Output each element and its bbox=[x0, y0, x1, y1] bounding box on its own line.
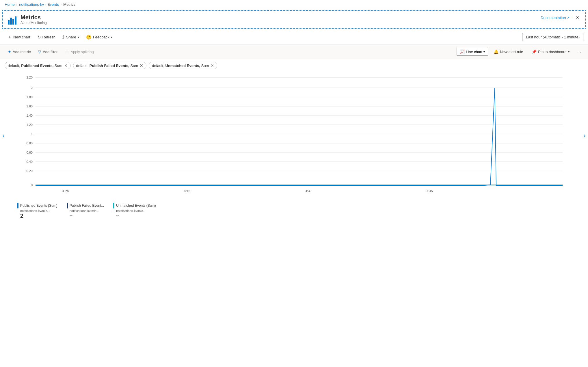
panel-header: Metrics Azure Monitoring Documentation ↗… bbox=[2, 10, 586, 29]
chart-toolbar-right: 📈 Line chart ▾ 🔔 New alert rule 📌 Pin to… bbox=[457, 48, 583, 56]
svg-text:1.80: 1.80 bbox=[27, 95, 33, 99]
svg-text:2.20: 2.20 bbox=[27, 76, 33, 79]
svg-text:2: 2 bbox=[31, 86, 33, 90]
time-range-button[interactable]: Last hour (Automatic - 1 minute) bbox=[522, 33, 583, 41]
main-toolbar: ＋ New chart ↻ Refresh ⤴ Share ▾ 🙂 Feedba… bbox=[0, 30, 588, 45]
pin-chevron-icon: ▾ bbox=[568, 50, 570, 53]
svg-text:0.20: 0.20 bbox=[27, 169, 33, 173]
legend-item-published-events: Published Events (Sum) notifications-kv/… bbox=[17, 203, 57, 219]
filter-tag-label: default, Unmatched Events, Sum bbox=[152, 64, 209, 68]
svg-rect-7 bbox=[15, 16, 16, 17]
documentation-link[interactable]: Documentation ↗ bbox=[541, 16, 570, 20]
chart-container: ‹ › 2.20 2 1.80 1.60 1.40 1.20 1 0.80 0.… bbox=[0, 72, 588, 199]
metrics-icon bbox=[7, 15, 18, 26]
plus-icon: ＋ bbox=[8, 34, 12, 40]
svg-text:0.40: 0.40 bbox=[27, 160, 33, 163]
split-icon: ⋮ bbox=[65, 49, 69, 54]
filter-tag-label: default, Publish Failed Events, Sum bbox=[76, 64, 138, 68]
legend-value-unmatched: -- bbox=[116, 213, 156, 218]
svg-text:4:15: 4:15 bbox=[184, 189, 190, 193]
line-chart-chevron-icon: ▾ bbox=[483, 50, 485, 53]
apply-splitting-button[interactable]: ⋮ Apply splitting bbox=[62, 48, 97, 56]
legend-resource-published: notifications-kv/mic... bbox=[20, 209, 57, 213]
breadcrumb-sep2: › bbox=[61, 3, 62, 6]
svg-text:0: 0 bbox=[31, 183, 33, 187]
chart-nav-right-button[interactable]: › bbox=[581, 130, 588, 142]
filter-tags-area: default, Published Events, Sum ✕ default… bbox=[0, 59, 588, 72]
filter-tag-label: default, Published Events, Sum bbox=[8, 64, 62, 68]
remove-published-events-button[interactable]: ✕ bbox=[64, 63, 68, 68]
svg-text:1.60: 1.60 bbox=[27, 105, 33, 108]
svg-text:4:30: 4:30 bbox=[305, 189, 311, 193]
legend-color-unmatched bbox=[113, 203, 114, 208]
svg-text:0.60: 0.60 bbox=[27, 151, 33, 154]
breadcrumb: Home › notifications-kv - Events › Metri… bbox=[0, 0, 588, 9]
refresh-button[interactable]: ↻ Refresh bbox=[34, 33, 59, 42]
new-chart-button[interactable]: ＋ New chart bbox=[5, 33, 33, 42]
line-chart-icon: 📈 bbox=[460, 49, 465, 54]
breadcrumb-home[interactable]: Home bbox=[5, 2, 15, 7]
close-button[interactable]: × bbox=[574, 14, 581, 21]
refresh-icon: ↻ bbox=[37, 35, 41, 40]
feedback-icon: 🙂 bbox=[86, 35, 92, 40]
svg-text:1: 1 bbox=[31, 132, 33, 136]
breadcrumb-sep1: › bbox=[16, 3, 18, 6]
svg-rect-1 bbox=[10, 18, 12, 25]
pin-icon: 📌 bbox=[532, 49, 537, 54]
new-alert-rule-button[interactable]: 🔔 New alert rule bbox=[490, 48, 526, 56]
svg-rect-0 bbox=[8, 21, 10, 25]
share-button[interactable]: ⤴ Share ▾ bbox=[59, 33, 82, 41]
feedback-button[interactable]: 🙂 Feedback ▾ bbox=[83, 33, 115, 42]
svg-text:4 PM: 4 PM bbox=[62, 189, 70, 193]
chart-toolbar: ✦ Add metric ▽ Add filter ⋮ Apply splitt… bbox=[0, 45, 588, 59]
svg-text:1.40: 1.40 bbox=[27, 114, 33, 117]
svg-rect-5 bbox=[10, 18, 12, 18]
remove-publish-failed-button[interactable]: ✕ bbox=[140, 63, 143, 68]
legend-value-published: 2 bbox=[20, 213, 57, 219]
add-metric-icon: ✦ bbox=[8, 49, 11, 54]
svg-rect-6 bbox=[12, 19, 14, 19]
share-icon: ⤴ bbox=[62, 35, 65, 40]
legend-item-publish-failed: Publish Failed Event... notifications-kv… bbox=[67, 203, 104, 219]
breadcrumb-current: Metrics bbox=[63, 2, 75, 7]
legend-label-failed: Publish Failed Event... bbox=[70, 204, 104, 208]
legend-resource-unmatched: notifications-kv/mic... bbox=[116, 209, 156, 213]
add-filter-button[interactable]: ▽ Add filter bbox=[35, 48, 61, 56]
pin-to-dashboard-button[interactable]: 📌 Pin to dashboard ▾ bbox=[529, 48, 572, 56]
filter-tag-unmatched-events: default, Unmatched Events, Sum ✕ bbox=[149, 62, 217, 69]
more-icon: ... bbox=[577, 49, 581, 54]
chart-legend: Published Events (Sum) notifications-kv/… bbox=[0, 199, 588, 223]
line-chart-button[interactable]: 📈 Line chart ▾ bbox=[457, 48, 488, 56]
filter-tag-published-events: default, Published Events, Sum ✕ bbox=[5, 62, 71, 69]
legend-label-published: Published Events (Sum) bbox=[20, 204, 57, 208]
feedback-chevron-icon: ▾ bbox=[111, 36, 112, 39]
remove-unmatched-events-button[interactable]: ✕ bbox=[211, 63, 214, 68]
breadcrumb-resource[interactable]: notifications-kv - Events bbox=[19, 2, 59, 7]
alert-icon: 🔔 bbox=[494, 49, 498, 54]
more-options-button[interactable]: ... bbox=[575, 48, 583, 56]
panel-title-area: Metrics Azure Monitoring bbox=[21, 14, 541, 25]
legend-color-published bbox=[17, 203, 18, 208]
filter-icon: ▽ bbox=[38, 49, 41, 54]
toolbar-right: Last hour (Automatic - 1 minute) bbox=[522, 33, 583, 41]
legend-label-unmatched: Unmatched Events (Sum) bbox=[116, 204, 156, 208]
svg-rect-2 bbox=[12, 19, 14, 25]
svg-text:0.80: 0.80 bbox=[27, 141, 33, 145]
panel-title: Metrics bbox=[21, 14, 541, 21]
svg-rect-4 bbox=[8, 20, 10, 21]
svg-text:1.20: 1.20 bbox=[27, 123, 33, 126]
share-chevron-icon: ▾ bbox=[78, 36, 79, 39]
legend-item-unmatched-events: Unmatched Events (Sum) notifications-kv/… bbox=[113, 203, 156, 219]
panel-subtitle: Azure Monitoring bbox=[21, 21, 541, 25]
chart-nav-left-button[interactable]: ‹ bbox=[0, 130, 7, 142]
svg-rect-3 bbox=[15, 17, 16, 25]
filter-tag-publish-failed-events: default, Publish Failed Events, Sum ✕ bbox=[73, 62, 147, 69]
legend-value-failed: -- bbox=[70, 213, 104, 218]
panel-header-actions: Documentation ↗ × bbox=[541, 14, 581, 21]
legend-resource-failed: notifications-kv/mic... bbox=[70, 209, 104, 213]
svg-text:4:45: 4:45 bbox=[427, 189, 433, 193]
legend-color-failed bbox=[67, 203, 68, 208]
add-metric-button[interactable]: ✦ Add metric bbox=[5, 48, 34, 56]
chart-svg: 2.20 2 1.80 1.60 1.40 1.20 1 0.80 0.60 0… bbox=[17, 72, 571, 199]
external-link-icon: ↗ bbox=[567, 16, 570, 20]
